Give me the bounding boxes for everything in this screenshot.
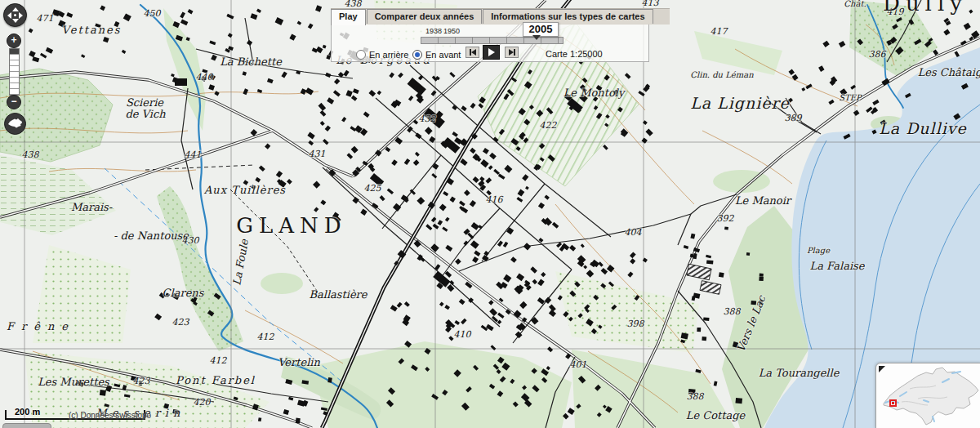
map-label: 386	[869, 49, 887, 60]
map-label: 423	[172, 317, 190, 328]
map-application: 471450438413VettanesLa Bichette440Scieri…	[0, 0, 980, 428]
map-label: 416	[486, 194, 504, 205]
overview-map-panel[interactable]	[875, 363, 980, 428]
map-label: Vertelin	[278, 356, 320, 368]
map-label: STEP	[839, 93, 862, 102]
tab-map-type-info[interactable]: Informations sur les types de cartes	[483, 9, 653, 24]
map-label: Le Manoir	[735, 194, 792, 207]
map-label: 420	[194, 397, 212, 408]
map-label: La Bichette	[220, 56, 283, 68]
pan-left-icon[interactable]	[7, 12, 11, 19]
map-label: 413	[642, 0, 660, 8]
map-label: 410	[454, 329, 472, 340]
corner-panel-tab[interactable]	[2, 423, 51, 428]
pan-center-icon	[14, 14, 16, 16]
location-marker	[889, 399, 897, 407]
map-label: Le Montoly	[564, 87, 626, 99]
switzerland-overview-map	[877, 364, 980, 428]
map-label: Clarens	[163, 287, 205, 299]
zoom-slider-handle[interactable]	[10, 49, 19, 55]
map-label: - de Nantouse	[114, 230, 189, 242]
radio-forward[interactable]	[412, 50, 422, 60]
map-label: 392	[717, 213, 735, 224]
map-label: Les Murettes	[38, 376, 110, 388]
map-label: 401	[570, 359, 587, 370]
map-label: 412	[210, 355, 228, 366]
toolbar-tabstrip: PlayComparer deux annéesInformations sur…	[331, 8, 670, 25]
zoom-out-button[interactable]: −	[7, 95, 21, 109]
pan-up-icon[interactable]	[12, 7, 19, 11]
map-label: 388	[724, 306, 742, 317]
timeline-year-start: 1938	[425, 27, 442, 35]
attribution-text: (c) Données swisstopo	[69, 411, 151, 420]
current-year-box: 2005	[523, 22, 559, 37]
swiss-extent-icon	[7, 118, 23, 129]
map-label: 398	[627, 319, 645, 329]
timeline-pointer-icon[interactable]	[532, 35, 541, 40]
map-label: La Falaise	[810, 260, 866, 272]
pan-control[interactable]	[3, 3, 27, 27]
map-label: 422	[540, 120, 558, 131]
map-label: Ballastière	[309, 288, 368, 301]
map-label: GLAND	[236, 213, 346, 238]
map-label: Marais-	[71, 201, 113, 213]
zoom-in-button[interactable]: +	[7, 33, 21, 48]
full-extent-button[interactable]	[4, 113, 26, 135]
zoom-slider[interactable]	[9, 48, 20, 96]
map-label: Frêne	[7, 320, 75, 332]
map-label: La Tourangelle	[759, 367, 840, 379]
pan-right-icon[interactable]	[19, 12, 23, 19]
skip-next-button[interactable]	[505, 47, 519, 58]
map-label: 404	[625, 227, 643, 238]
map-label: 438	[22, 149, 40, 160]
play-button[interactable]	[483, 45, 500, 60]
map-label: Vettanes	[62, 24, 122, 36]
radio-forward-label: En avant	[425, 50, 461, 60]
timeline-year-mid: 1950	[443, 27, 460, 35]
map-label: Dully	[883, 0, 968, 16]
map-label: Scierie	[126, 96, 164, 109]
map-label: 388	[687, 391, 705, 402]
map-canvas[interactable]: 471450438413VettanesLa Bichette440Scieri…	[0, 0, 980, 428]
map-label: Plage	[807, 246, 831, 256]
map-label: Pont Farbel	[176, 374, 256, 386]
map-label: 389	[785, 113, 803, 123]
map-label: Les Châtaig	[918, 66, 980, 78]
timeline-slider[interactable]	[421, 37, 564, 44]
skip-previous-button[interactable]	[466, 47, 479, 58]
map-label: 431	[309, 149, 326, 159]
scale-bar-label: 200 m	[15, 407, 40, 417]
map-label: 425	[364, 183, 382, 194]
map-label: 471	[37, 13, 54, 24]
map-label: Le Cottage	[686, 409, 746, 421]
map-label: 423	[133, 376, 151, 386]
map-label: La Dullive	[879, 119, 967, 137]
map-label: La Lignière	[690, 94, 790, 113]
direction-forward-option[interactable]: En avant	[412, 50, 461, 60]
play-icon	[488, 48, 495, 56]
map-label: de Vich	[125, 108, 166, 120]
map-label: 412	[257, 332, 275, 342]
map-label: Aux Tuillères	[203, 184, 286, 196]
radio-back[interactable]	[356, 50, 366, 60]
map-scale-text: Carte 1:25000	[546, 49, 603, 59]
tab-compare-years[interactable]: Comparer deux années	[367, 9, 483, 24]
map-label: 450	[144, 8, 162, 19]
radio-back-label: En arrière	[369, 50, 408, 60]
map-label: Clin. du Léman	[690, 70, 754, 79]
direction-back-option[interactable]: En arrière	[356, 50, 408, 60]
map-label: 417	[710, 26, 729, 37]
tab-play[interactable]: Play	[331, 9, 366, 25]
pan-down-icon[interactable]	[12, 19, 19, 23]
map-label: 430	[182, 235, 200, 246]
map-label: 441	[185, 149, 202, 160]
map-label: 432	[419, 114, 437, 124]
map-label: 440	[196, 72, 214, 82]
map-label: Chât.	[844, 0, 866, 8]
